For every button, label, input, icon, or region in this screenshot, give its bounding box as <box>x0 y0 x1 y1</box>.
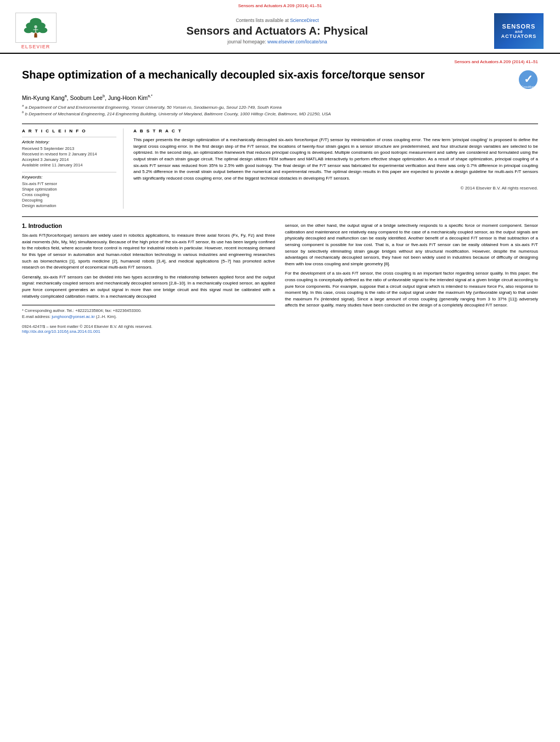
received-revised-date: Received in revised form 2 January 2014 <box>22 152 116 157</box>
journal-header: ELSEVIER Contents lists available at Sci… <box>0 9 560 54</box>
homepage-url[interactable]: www.elsevier.com/locate/sna <box>267 39 327 44</box>
logo-line1: SENSORS <box>502 23 536 30</box>
affiliation-b: b b Department of Mechanical Engineering… <box>22 110 538 117</box>
journal-logo-right: SENSORS and ACTUATORS <box>494 13 544 49</box>
elsevier-tree-icon <box>19 17 52 39</box>
elsevier-logo: ELSEVIER <box>11 13 60 49</box>
keyword-1: Six-axis F/T sensor <box>22 181 116 186</box>
keyword-4: Decoupling <box>22 198 116 203</box>
article-info-abstract: A R T I C L E I N F O Article history: R… <box>22 124 538 209</box>
abstract-text: This paper presents the design optimizat… <box>133 137 538 181</box>
available-date: Available online 11 January 2014 <box>22 163 116 168</box>
abstract-col: A B S T R A C T This paper presents the … <box>133 129 538 209</box>
article-top-bar: Sensors and Actuators A 209 (2014) 41–51 <box>22 59 538 64</box>
section1-right-para1: sensor, on the other hand, the output si… <box>285 222 538 267</box>
article-title: Shape optimization of a mechanically dec… <box>22 68 513 82</box>
journal-title-center: Contents lists available at ScienceDirec… <box>60 18 494 44</box>
footnote-corresponding: * Corresponding author. Tel.: +822212358… <box>22 308 275 314</box>
section1-title: Introduction <box>29 222 62 229</box>
journal-homepage: journal homepage: www.elsevier.com/locat… <box>60 39 494 44</box>
main-content: Sensors and Actuators A 209 (2014) 41–51… <box>0 54 560 339</box>
keyword-3: Cross coupling <box>22 192 116 197</box>
section1-para1: Six-axis F/T(force/torque) sensors are w… <box>22 232 275 271</box>
article-info-heading: A R T I C L E I N F O <box>22 129 116 133</box>
title-section: Shape optimization of a mechanically dec… <box>22 68 538 90</box>
footer-doi: http://dx.doi.org/10.1016/j.sna.2014.01.… <box>22 329 275 334</box>
affiliation-a: a a Department of Civil and Environmenta… <box>22 103 538 110</box>
accepted-date: Accepted 3 January 2014 <box>22 157 116 162</box>
body-section: 1. Introduction Six-axis F/T(force/torqu… <box>22 216 538 334</box>
journal-ref: Sensors and Actuators A 209 (2014) 41–51 <box>238 3 322 8</box>
elsevier-label: ELSEVIER <box>21 44 51 49</box>
article-top-ref: Sensors and Actuators A 209 (2014) 41–51 <box>454 59 538 64</box>
logo-line2: and <box>515 30 523 34</box>
keywords-section: Keywords: Six-axis F/T sensor Shape opti… <box>22 172 116 208</box>
doi-link[interactable]: http://dx.doi.org/10.1016/j.sna.2014.01.… <box>22 329 100 334</box>
journal-top-bar: Sensors and Actuators A 209 (2014) 41–51 <box>0 0 560 9</box>
section1-heading: 1. Introduction <box>22 222 275 229</box>
section1-number: 1. <box>22 222 27 229</box>
svg-text:✓: ✓ <box>524 73 533 85</box>
keyword-5: Design automation <box>22 203 116 208</box>
keywords-title: Keywords: <box>22 175 116 180</box>
page: Sensors and Actuators A 209 (2014) 41–51 <box>0 0 560 742</box>
body-right-col: sensor, on the other hand, the output si… <box>285 222 538 334</box>
footnote-section: * Corresponding author. Tel.: +822212358… <box>22 305 275 320</box>
logo-line3: ACTUATORS <box>501 34 537 39</box>
bottom-footer: 0924-4247/$ – see front matter © 2014 El… <box>22 324 275 334</box>
authors: Min-Kyung Kanga, Soobum Leeb, Jung-Hoon … <box>22 94 538 101</box>
crossmark-svg: ✓ CrossMark <box>518 70 538 90</box>
abstract-heading: A B S T R A C T <box>133 129 538 133</box>
affiliations: a a Department of Civil and Environmenta… <box>22 103 538 118</box>
contents-label: Contents lists available at <box>236 18 288 23</box>
keyword-2: Shape optimization <box>22 187 116 192</box>
article-info-col: A R T I C L E I N F O Article history: R… <box>22 129 124 209</box>
section1-right-para2: For the development of a six-axis F/T se… <box>285 270 538 309</box>
homepage-label: journal homepage: <box>227 39 266 44</box>
body-left-col: 1. Introduction Six-axis F/T(force/torqu… <box>22 222 275 334</box>
footer-issn: 0924-4247/$ – see front matter © 2014 El… <box>22 324 275 329</box>
crossmark-icon: ✓ CrossMark <box>518 70 538 90</box>
svg-text:CrossMark: CrossMark <box>522 85 535 88</box>
email-link[interactable]: junghoon@yonsei.ac.kr <box>52 314 95 319</box>
received-date: Received 5 September 2013 <box>22 146 116 151</box>
journal-title: Sensors and Actuators A: Physical <box>60 25 494 37</box>
history-title: Article history: <box>22 140 116 144</box>
section1-para2: Generally, six-axis F/T sensors can be d… <box>22 274 275 299</box>
svg-point-7 <box>34 25 37 28</box>
sciencedirect-label: ScienceDirect <box>290 18 318 23</box>
article-history: Article history: Received 5 September 20… <box>22 137 116 168</box>
elsevier-logo-box <box>15 13 57 43</box>
copyright-line: © 2014 Elsevier B.V. All rights reserved… <box>133 186 538 191</box>
footnote-email: E-mail address: junghoon@yonsei.ac.kr (J… <box>22 314 275 320</box>
